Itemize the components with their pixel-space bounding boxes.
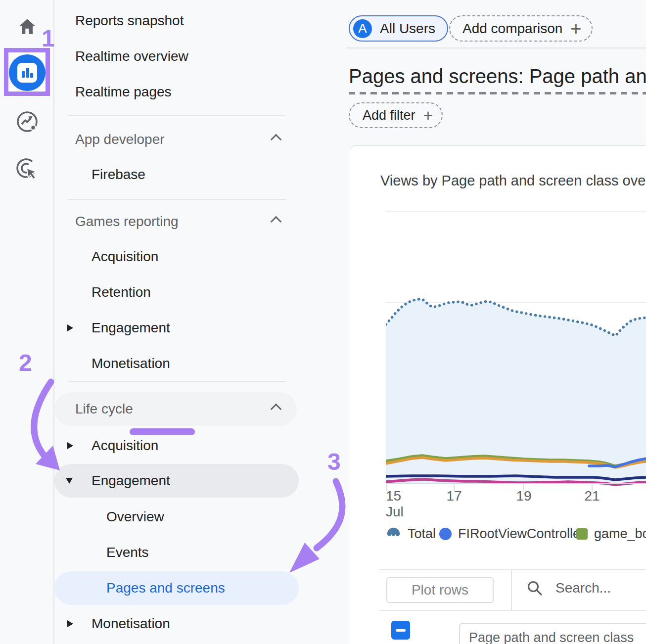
plus-icon: +	[423, 107, 433, 124]
legend-label: Total	[408, 526, 436, 542]
plot-rows-button[interactable]: Plot rows	[386, 577, 494, 603]
x-tick-label: 15	[386, 488, 401, 504]
nav-item-games-monetisation[interactable]: Monetisation	[54, 355, 349, 372]
circle-marker-icon	[439, 528, 452, 540]
add-comparison-button[interactable]: Add comparison +	[449, 15, 593, 42]
chevron-up-icon[interactable]	[271, 404, 282, 415]
annotation-step-1: 1	[42, 25, 55, 52]
nav-item-reports-snapshot[interactable]: Reports snapshot	[54, 12, 349, 30]
ga4-reports-page: { "annotations": { "color": "#a77ff2", "…	[0, 0, 646, 644]
nav-item-games-engagement[interactable]: Engagement	[54, 319, 349, 337]
advertising-icon[interactable]	[15, 157, 39, 181]
table-search	[527, 580, 646, 596]
report-card: Views by Page path and screen class over…	[350, 145, 646, 644]
nav-divider	[68, 115, 286, 116]
dimension-dropdown-value: Page path and screen class	[469, 630, 634, 644]
header-divider	[346, 47, 646, 48]
nav-item-firebase[interactable]: Firebase	[54, 166, 349, 184]
nav-divider	[68, 381, 286, 382]
nav-item-label: Realtime overview	[75, 48, 188, 64]
legend-label: FIRootViewController	[458, 526, 585, 542]
nav-item-realtime-overview[interactable]: Realtime overview	[54, 47, 349, 65]
nav-item-label: Overview	[106, 509, 164, 525]
reports-icon[interactable]	[9, 54, 46, 91]
nav-item-label: Reports snapshot	[75, 13, 184, 29]
nav-item-engagement-events[interactable]: Events	[54, 544, 349, 561]
expand-right-icon[interactable]	[67, 324, 73, 331]
nav-item-games-acquisition[interactable]: Acquisition	[54, 248, 349, 266]
nav-section-label: Life cycle	[54, 401, 133, 417]
chart-title: Views by Page path and screen class over…	[380, 173, 646, 189]
select-all-checkbox-indeterminate[interactable]	[391, 621, 410, 640]
explore-icon[interactable]	[15, 110, 39, 134]
nav-item-label: Firebase	[92, 167, 145, 183]
nav-section-life-cycle[interactable]: Life cycle	[54, 392, 297, 426]
legend-item-game-board[interactable]: game_board	[576, 526, 646, 542]
legend-item-firootviewcontroller[interactable]: FIRootViewController	[439, 526, 585, 542]
page-title: Pages and screens: Page path and screen …	[349, 65, 646, 88]
nav-item-label: Acquisition	[92, 438, 158, 454]
nav-item-pages-and-screens[interactable]: Pages and screens	[54, 571, 299, 605]
nav-item-label: Acquisition	[92, 249, 158, 265]
x-tick-label: 17	[442, 488, 466, 504]
page-title-dashed-underline	[349, 92, 646, 94]
nav-item-lifecycle-monetisation[interactable]: Monetisation	[54, 615, 349, 633]
annotation-underline	[130, 428, 195, 435]
nav-section-games-reporting[interactable]: Games reporting	[54, 213, 349, 230]
views-line-chart	[386, 203, 646, 493]
card-divider	[379, 610, 646, 611]
search-input[interactable]	[555, 580, 646, 596]
card-divider	[379, 569, 646, 570]
indeterminate-dash-icon	[396, 629, 406, 632]
dimension-dropdown[interactable]: Page path and screen class	[459, 623, 646, 644]
nav-item-label: Pages and screens	[54, 580, 225, 596]
nav-item-label: Events	[106, 545, 149, 560]
chevron-up-icon[interactable]	[271, 134, 282, 145]
nav-item-label: Realtime pages	[75, 84, 172, 100]
nav-item-label: Monetisation	[92, 356, 170, 371]
nav-divider	[68, 199, 286, 200]
add-filter-button[interactable]: Add filter +	[349, 102, 443, 128]
x-tick-label: 19	[511, 488, 536, 504]
nav-item-label: Engagement	[92, 320, 170, 336]
nav-section-label: Games reporting	[75, 214, 179, 230]
x-tick-label: 21	[580, 488, 604, 504]
annotation-step-3: 3	[327, 448, 341, 475]
chevron-up-icon[interactable]	[271, 216, 282, 228]
nav-item-label: Retention	[92, 284, 151, 300]
scalloped-circle-icon	[386, 527, 401, 541]
nav-item-realtime-pages[interactable]: Realtime pages	[54, 83, 349, 101]
nav-item-engagement-overview[interactable]: Overview	[54, 508, 349, 526]
legend-label: game_board	[594, 526, 646, 542]
reports-icon-glyph	[17, 63, 37, 83]
toolbar-divider	[511, 569, 512, 610]
plus-icon: +	[570, 19, 581, 38]
x-tick-sublabel: Jul	[386, 504, 404, 520]
nav-item-games-retention[interactable]: Retention	[54, 283, 349, 301]
annotation-step-2: 2	[19, 349, 32, 376]
nav-item-lifecycle-engagement[interactable]: Engagement	[54, 464, 299, 498]
audience-label: All Users	[380, 21, 435, 37]
reports-nav: Reports snapshot Realtime overview Realt…	[54, 0, 349, 644]
add-comparison-label: Add comparison	[462, 21, 562, 37]
square-marker-icon	[576, 528, 588, 540]
legend-item-total[interactable]: Total	[386, 526, 436, 542]
search-icon	[527, 580, 543, 596]
collapse-down-icon[interactable]	[66, 478, 73, 484]
home-icon[interactable]	[16, 16, 38, 38]
add-filter-label: Add filter	[363, 108, 415, 123]
expand-right-icon[interactable]	[67, 442, 73, 449]
audience-avatar: A	[353, 19, 372, 38]
nav-item-lifecycle-acquisition[interactable]: Acquisition	[54, 437, 349, 455]
app-rail	[0, 0, 54, 644]
expand-right-icon[interactable]	[67, 620, 73, 627]
nav-section-label: App developer	[75, 132, 165, 147]
audience-chip-all-users[interactable]: A All Users	[349, 15, 448, 42]
nav-section-app-developer[interactable]: App developer	[54, 131, 349, 148]
nav-item-label: Monetisation	[92, 616, 170, 632]
